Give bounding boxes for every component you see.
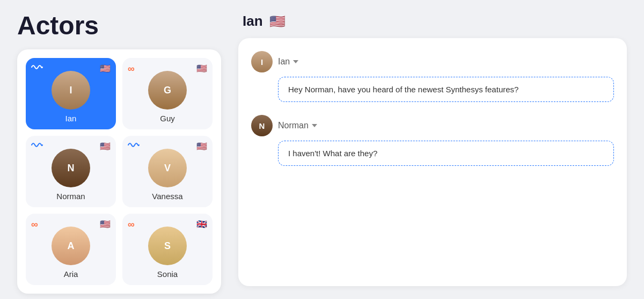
avatar-norman: N (52, 149, 90, 187)
left-panel: Actors 🇺🇸IIan∞🇺🇸GGuy🇺🇸NNorman🇺🇸VVanessa∞… (17, 13, 221, 286)
loop-icon-guy: ∞ (128, 63, 135, 75)
flag-aria: 🇺🇸 (100, 219, 111, 229)
actor-card-sonia[interactable]: ∞🇬🇧SSonia (122, 214, 213, 285)
avatar-sonia: S (148, 227, 187, 265)
flag-vanessa: 🇺🇸 (196, 141, 207, 151)
actor-card-aria[interactable]: ∞🇺🇸AAria (26, 214, 116, 285)
right-header: Ian 🇺🇸 (238, 13, 627, 30)
chat-row-0: IIan Hey Norman, have you heard of the n… (251, 51, 614, 102)
actor-card-guy[interactable]: ∞🇺🇸GGuy (122, 58, 213, 129)
flag-ian: 🇺🇸 (100, 63, 111, 74)
avatar-aria: A (52, 227, 90, 265)
actor-name-guy: Guy (160, 114, 175, 123)
chat-speaker-name-1[interactable]: Norman (278, 121, 317, 130)
wave-icon-norman (31, 141, 43, 149)
page-title: Actors (17, 13, 221, 39)
wave-icon-ian (31, 63, 43, 71)
actors-grid: 🇺🇸IIan∞🇺🇸GGuy🇺🇸NNorman🇺🇸VVanessa∞🇺🇸AAria… (26, 58, 213, 285)
avatar-ian: I (52, 71, 90, 110)
right-panel: Ian 🇺🇸 IIan Hey Norman, have you heard o… (238, 13, 627, 286)
wave-icon-vanessa (128, 141, 140, 149)
actor-name-aria: Aria (64, 269, 78, 279)
avatar-guy: G (148, 71, 187, 110)
flag-sonia: 🇬🇧 (196, 219, 207, 229)
selected-actor-flag: 🇺🇸 (269, 14, 286, 29)
chat-avatar-0: I (251, 51, 273, 72)
flag-norman: 🇺🇸 (100, 141, 111, 151)
chat-speaker-1: NNorman (251, 115, 614, 136)
selected-actor-name: Ian (243, 13, 263, 30)
actors-grid-container: 🇺🇸IIan∞🇺🇸GGuy🇺🇸NNorman🇺🇸VVanessa∞🇺🇸AAria… (17, 49, 221, 294)
actor-card-ian[interactable]: 🇺🇸IIan (26, 58, 116, 129)
actor-name-sonia: Sonia (157, 269, 178, 279)
actor-card-norman[interactable]: 🇺🇸NNorman (26, 136, 116, 207)
flag-guy: 🇺🇸 (196, 63, 207, 74)
chevron-down-icon-1 (312, 124, 317, 127)
chat-row-1: NNorman I haven't! What are they? (251, 115, 614, 166)
chat-avatar-1: N (251, 115, 273, 136)
avatar-vanessa: V (148, 149, 187, 187)
chevron-down-icon-0 (293, 60, 298, 63)
actor-card-vanessa[interactable]: 🇺🇸VVanessa (122, 136, 213, 207)
chat-speaker-0: IIan (251, 51, 614, 72)
loop-icon-sonia: ∞ (128, 219, 135, 230)
chat-bubble-1[interactable]: I haven't! What are they? (278, 141, 614, 166)
actor-name-norman: Norman (56, 192, 85, 201)
chat-speaker-name-0[interactable]: Ian (278, 57, 298, 67)
chat-container: IIan Hey Norman, have you heard of the n… (238, 38, 627, 286)
chat-bubble-0[interactable]: Hey Norman, have you heard of the newest… (278, 77, 614, 102)
actor-name-ian: Ian (65, 114, 77, 123)
loop-icon-aria: ∞ (31, 219, 38, 230)
actor-name-vanessa: Vanessa (152, 192, 182, 201)
